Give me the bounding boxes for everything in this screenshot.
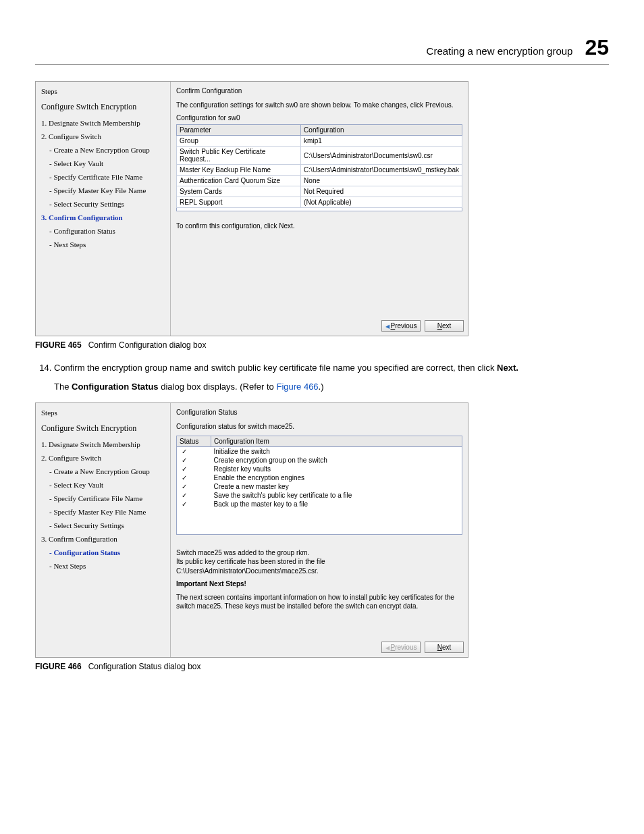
steps-item: 2. Configure Switch xyxy=(41,132,165,140)
steps-label: Steps xyxy=(41,409,165,417)
check-icon xyxy=(177,500,211,509)
wizard-steps-sidebar: Steps Configure Switch Encryption 1. Des… xyxy=(36,82,171,336)
steps-subitem: - Select Key Vault xyxy=(49,481,165,489)
steps-subitem: - Select Security Settings xyxy=(49,200,165,208)
steps-item: 3. Confirm Configuration xyxy=(41,213,165,221)
steps-list: 1. Designate Switch Membership2. Configu… xyxy=(41,440,165,570)
check-icon xyxy=(177,482,211,491)
table-row: Master Key Backup File NameC:\Users\Admi… xyxy=(177,165,462,176)
table-row: Create a new master key xyxy=(177,482,462,491)
steps-subitem: - Select Key Vault xyxy=(49,159,165,167)
parameters-table: Parameter Configuration Groupkmip1Switch… xyxy=(176,124,462,208)
steps-subitem: - Next Steps xyxy=(49,562,165,570)
check-icon xyxy=(177,473,211,482)
steps-item: 1. Designate Switch Membership xyxy=(41,440,165,448)
steps-heading: Configure Switch Encryption xyxy=(41,102,165,112)
important-next-steps-label: Important Next Steps! xyxy=(176,579,462,589)
table-row: Initialize the switch xyxy=(177,446,462,456)
steps-subitem: - Configuration Status xyxy=(49,227,165,235)
msg-added: Switch mace25 was added to the group rkm… xyxy=(176,548,462,558)
steps-subitem: - Configuration Status xyxy=(49,548,165,556)
steps-label: Steps xyxy=(41,87,165,95)
steps-item: 1. Designate Switch Membership xyxy=(41,119,165,127)
figure-465-caption: FIGURE 465Confirm Configuration dialog b… xyxy=(35,340,609,350)
steps-subitem: - Create a New Encryption Group xyxy=(49,467,165,475)
check-icon xyxy=(177,446,211,456)
col-item: Configuration Item xyxy=(211,436,462,446)
steps-list: 1. Designate Switch Membership2. Configu… xyxy=(41,119,165,249)
dialog-content: Confirm Configuration The configuration … xyxy=(171,82,468,316)
figure-466: Steps Configure Switch Encryption 1. Des… xyxy=(35,402,609,658)
next-button[interactable]: Next xyxy=(425,642,464,653)
col-configuration: Configuration xyxy=(301,125,462,136)
panel-subcaption: Configuration for sw0 xyxy=(176,114,462,122)
table-header-row: Status Configuration Item xyxy=(177,436,462,446)
steps-subitem: - Specify Certificate File Name xyxy=(49,494,165,502)
figure-466-caption: FIGURE 466Configuration Status dialog bo… xyxy=(35,662,609,671)
panel-description: Configuration status for switch mace25. xyxy=(176,423,462,430)
steps-subitem: - Next Steps xyxy=(49,240,165,249)
page-title: Creating a new encryption group xyxy=(427,45,573,57)
table-row: Register key vaults xyxy=(177,465,462,473)
steps-item: 3. Confirm Configuration xyxy=(41,535,165,543)
instruction-step-list: Confirm the encryption group name and sw… xyxy=(35,362,609,374)
table-header-row: Parameter Configuration xyxy=(177,125,462,136)
previous-button: Previous xyxy=(381,642,421,653)
col-parameter: Parameter xyxy=(177,125,301,136)
col-status: Status xyxy=(177,436,211,446)
table-row: Switch Public Key Certificate Request...… xyxy=(177,147,462,165)
chapter-number: 25 xyxy=(585,35,609,60)
dialog-content: Configuration Status Configuration statu… xyxy=(171,403,468,637)
confirm-hint: To confirm this configuration, click Nex… xyxy=(176,222,462,230)
steps-subitem: - Select Security Settings xyxy=(49,521,165,529)
steps-item: 2. Configure Switch xyxy=(41,454,165,462)
steps-subitem: - Specify Master Key File Name xyxy=(49,508,165,516)
status-table: Status Configuration Item Initialize the… xyxy=(176,436,462,535)
check-icon xyxy=(177,465,211,473)
confirm-configuration-dialog: Steps Configure Switch Encryption 1. Des… xyxy=(35,81,468,336)
table-row: Groupkmip1 xyxy=(177,136,462,147)
configuration-status-dialog: Steps Configure Switch Encryption 1. Des… xyxy=(35,402,468,658)
step-14-followup: The Configuration Status dialog box disp… xyxy=(54,381,609,393)
status-messages: Switch mace25 was added to the group rkm… xyxy=(176,548,462,611)
step-14: Confirm the encryption group name and sw… xyxy=(54,362,609,374)
steps-subitem: - Specify Master Key File Name xyxy=(49,186,165,194)
table-row: REPL Support(Not Applicable) xyxy=(177,197,462,208)
next-button[interactable]: Next xyxy=(425,320,464,332)
previous-button[interactable]: Previous xyxy=(381,320,421,332)
figure-466-link[interactable]: Figure 466 xyxy=(276,382,318,392)
panel-description: The configuration settings for switch sw… xyxy=(176,101,462,109)
table-row: Enable the encryption engines xyxy=(177,473,462,482)
wizard-steps-sidebar: Steps Configure Switch Encryption 1. Des… xyxy=(36,403,171,657)
table-row: Save the switch's public key certificate… xyxy=(177,491,462,500)
steps-subitem: - Specify Certificate File Name xyxy=(49,173,165,181)
check-icon xyxy=(177,491,211,500)
figure-465: Steps Configure Switch Encryption 1. Des… xyxy=(35,81,609,336)
panel-title: Configuration Status xyxy=(176,409,462,416)
msg-next-screen: The next screen contains important infor… xyxy=(176,593,462,611)
panel-title: Confirm Configuration xyxy=(176,87,462,95)
steps-subitem: - Create a New Encryption Group xyxy=(49,146,165,154)
table-row: Authentication Card Quorum SizeNone xyxy=(177,176,462,186)
table-row: System CardsNot Required xyxy=(177,186,462,197)
steps-heading: Configure Switch Encryption xyxy=(41,423,165,434)
page-header: Creating a new encryption group 25 xyxy=(35,35,609,65)
table-row: Create encryption group on the switch xyxy=(177,456,462,465)
check-icon xyxy=(177,456,211,465)
table-row: Back up the master key to a file xyxy=(177,500,462,509)
msg-cert-stored: Its public key certificate has been stor… xyxy=(176,557,462,575)
